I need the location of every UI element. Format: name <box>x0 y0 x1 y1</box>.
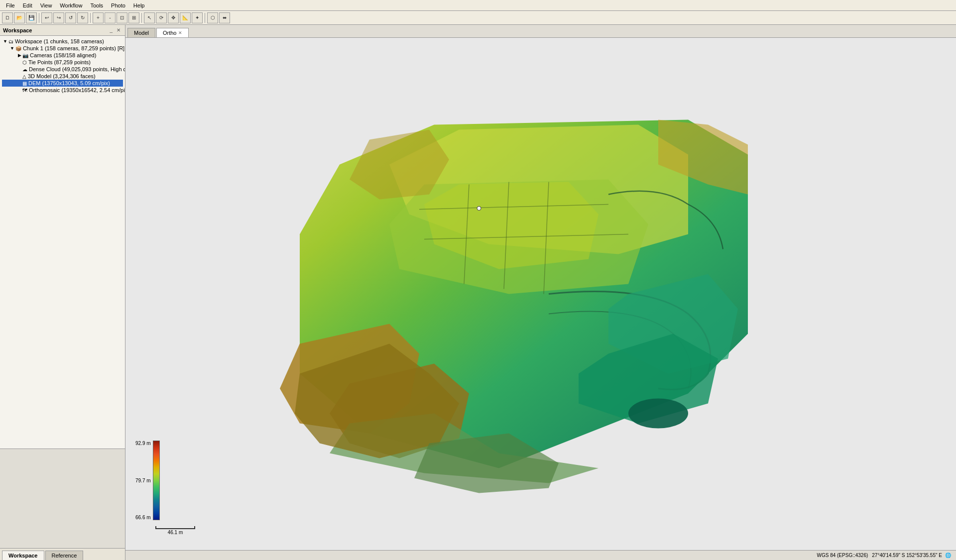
menu-file[interactable]: File <box>2 1 19 9</box>
preview-panel <box>0 448 125 548</box>
save-button[interactable]: 💾 <box>26 12 37 23</box>
cameras-icon: 📷 <box>22 53 28 58</box>
redo-button[interactable]: ↪ <box>53 12 64 23</box>
scale-bar: 46.1 m <box>155 526 195 535</box>
main-layout: Workspace _ ✕ ▼ 🗂 Workspace (1 chunks, 1… <box>0 25 956 560</box>
point-button[interactable]: ✦ <box>192 12 203 23</box>
tree-chunk-label: Chunk 1 (158 cameras, 87,259 points) [R] <box>23 45 124 51</box>
tie-points-label: Tie Points (87,259 points) <box>28 59 91 65</box>
tree-root-label: Workspace (1 chunks, 158 cameras) <box>15 38 104 44</box>
workspace-icon: 🗂 <box>8 39 13 44</box>
separator-4 <box>205 13 205 23</box>
tree-3d-model[interactable]: ▶ △ 3D Model (3,234,306 faces) <box>2 73 123 80</box>
tie-points-icon: ⬡ <box>22 60 27 65</box>
menu-edit[interactable]: Edit <box>19 1 36 9</box>
rotate-button[interactable]: ⟳ <box>156 12 167 23</box>
menu-photo[interactable]: Photo <box>107 1 129 9</box>
viewport[interactable]: 92.9 m 79.7 m 66.6 m 46.1 m <box>125 38 956 550</box>
tree-dense-cloud[interactable]: ▶ ☁ Dense Cloud (49,025,093 points, High… <box>2 66 123 73</box>
tree-chunk[interactable]: ▼ 📦 Chunk 1 (158 cameras, 87,259 points)… <box>2 45 123 52</box>
model-tab[interactable]: Model <box>127 28 155 37</box>
separator-1 <box>39 13 39 23</box>
crs-label: WGS 84 (EPSG::4326) <box>817 553 868 558</box>
color-gradient <box>153 441 160 520</box>
new-button[interactable]: 🗋 <box>2 12 13 23</box>
bottom-tabs: Workspace Reference <box>0 548 125 560</box>
poly-button[interactable]: ⬡ <box>207 12 218 23</box>
undo-button[interactable]: ↩ <box>41 12 52 23</box>
fit-button[interactable]: ⊡ <box>117 12 127 23</box>
3d-model-icon: △ <box>22 74 26 79</box>
color-bar-wrapper: 92.9 m 79.7 m 66.6 m <box>135 441 160 520</box>
ruler-button[interactable]: ⬌ <box>219 12 230 23</box>
colorbar-mid-label: 79.7 m <box>135 478 151 483</box>
toolbar: 🗋 📂 💾 ↩ ↪ ↺ ↻ + - ⊡ ⊞ ↖ ⟳ ✥ 📐 ✦ ⬡ ⬌ <box>0 11 956 25</box>
tree-orthomosaic[interactable]: ▶ 🗺 Orthomosaic (19350x16542, 2.54 cm/pi… <box>2 87 123 94</box>
chunk-icon: 📦 <box>15 46 21 51</box>
pan-button[interactable]: ✥ <box>168 12 179 23</box>
svg-point-17 <box>477 207 481 211</box>
reference-tab[interactable]: Reference <box>45 551 84 560</box>
colorbar-max-label: 92.9 m <box>135 441 151 446</box>
ortho-tab-label: Ortho <box>163 30 177 36</box>
3d-model-label: 3D Model (3,234,306 faces) <box>28 73 96 79</box>
cameras-arrow[interactable]: ▶ <box>18 53 21 58</box>
model-tab-label: Model <box>134 30 149 36</box>
orthomosaic-label: Orthomosaic (19350x16542, 2.54 cm/pix) <box>29 87 125 93</box>
workspace-minimize-button[interactable]: _ <box>108 27 114 33</box>
orthomosaic-icon: 🗺 <box>22 88 27 93</box>
status-bar: WGS 84 (EPSG::4326) 27°40'14.59" S 152°5… <box>125 550 956 560</box>
dem-icon: ▦ <box>22 81 27 86</box>
separator-2 <box>90 13 91 23</box>
menu-view[interactable]: View <box>36 1 56 9</box>
color-bar: 92.9 m 79.7 m 66.6 m <box>135 441 160 520</box>
color-bar-labels: 92.9 m 79.7 m 66.6 m <box>135 441 153 520</box>
dense-cloud-label: Dense Cloud (49,025,093 points, High qua… <box>29 66 125 72</box>
workspace-tab[interactable]: Workspace <box>2 551 44 560</box>
separator-3 <box>141 13 142 23</box>
left-panel: Workspace _ ✕ ▼ 🗂 Workspace (1 chunks, 1… <box>0 25 125 560</box>
tree-root-arrow[interactable]: ▼ <box>3 39 7 44</box>
menu-tools[interactable]: Tools <box>86 1 107 9</box>
open-button[interactable]: 📂 <box>14 12 25 23</box>
zoom-out-button[interactable]: - <box>105 12 116 23</box>
dem-label: DEM (13750x13043, 5.09 cm/pix) <box>28 80 110 86</box>
menu-help[interactable]: Help <box>129 1 149 9</box>
toolbar-btn-3[interactable]: ↺ <box>65 12 76 23</box>
menubar: File Edit View Workflow Tools Photo Help <box>0 0 956 11</box>
scale-line <box>155 526 195 529</box>
workspace-title: Workspace <box>3 27 32 33</box>
workspace-header: Workspace _ ✕ <box>0 25 125 36</box>
menu-workflow[interactable]: Workflow <box>56 1 86 9</box>
select-button[interactable]: ↖ <box>144 12 155 23</box>
toolbar-btn-4[interactable]: ↻ <box>77 12 88 23</box>
measure-button[interactable]: 📐 <box>180 12 191 23</box>
coordinates-label: 27°40'14.59" S 152°53'35.55" E <box>872 553 942 558</box>
ortho-tab-close[interactable]: ✕ <box>178 30 182 35</box>
right-panel: Model Ortho ✕ <box>125 25 956 560</box>
toolbar-btn-5[interactable]: ⊞ <box>128 12 139 23</box>
globe-icon: 🌐 <box>945 553 951 558</box>
tree-dem[interactable]: ▶ ▦ DEM (13750x13043, 5.09 cm/pix) <box>2 80 123 87</box>
scale-label: 46.1 m <box>168 530 183 535</box>
cameras-label: Cameras (158/158 aligned) <box>30 52 96 58</box>
tree-tie-points[interactable]: ▶ ⬡ Tie Points (87,259 points) <box>2 59 123 66</box>
ortho-tab[interactable]: Ortho ✕ <box>156 28 189 37</box>
terrain-visualization <box>125 38 956 550</box>
tree-cameras[interactable]: ▶ 📷 Cameras (158/158 aligned) <box>2 52 123 59</box>
tree-root-workspace[interactable]: ▼ 🗂 Workspace (1 chunks, 158 cameras) <box>2 38 123 45</box>
dense-cloud-icon: ☁ <box>22 67 27 72</box>
svg-point-6 <box>628 399 688 429</box>
workspace-close-button[interactable]: ✕ <box>115 27 122 33</box>
zoom-in-button[interactable]: + <box>93 12 104 23</box>
tree-chunk-arrow[interactable]: ▼ <box>10 46 14 51</box>
tab-bar: Model Ortho ✕ <box>125 25 956 38</box>
colorbar-min-label: 66.6 m <box>135 515 151 520</box>
tree-panel: ▼ 🗂 Workspace (1 chunks, 158 cameras) ▼ … <box>0 36 125 448</box>
